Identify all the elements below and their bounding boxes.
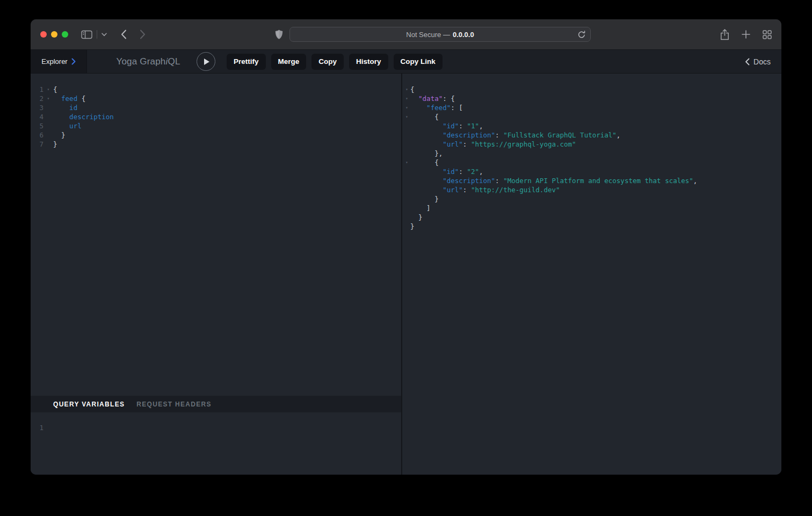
- chevron-left-icon: [745, 58, 750, 66]
- copy-link-button[interactable]: Copy Link: [394, 54, 443, 70]
- refresh-icon[interactable]: [578, 31, 585, 39]
- fold-gutter: [403, 140, 410, 149]
- share-icon[interactable]: [720, 29, 729, 40]
- code-line: 7}: [31, 140, 401, 149]
- code-line: 1: [31, 423, 401, 432]
- back-icon[interactable]: [121, 30, 127, 39]
- docs-button[interactable]: Docs: [745, 57, 771, 66]
- line-number: 1: [31, 423, 44, 432]
- code-text: "data": {: [410, 94, 455, 103]
- sidebar-icon[interactable]: [81, 30, 92, 39]
- query-editor[interactable]: 1▾{2▾ feed {3 id4 description5 url6 }7}: [31, 74, 401, 396]
- tab-request-headers[interactable]: REQUEST HEADERS: [136, 401, 212, 408]
- code-text: description: [53, 112, 114, 121]
- history-button[interactable]: History: [349, 54, 388, 70]
- code-text: {: [410, 85, 415, 94]
- code-text: "id": "1",: [410, 121, 483, 130]
- copy-button[interactable]: Copy: [311, 54, 344, 70]
- window-controls: [40, 31, 68, 38]
- code-text: "description": "Fullstack GraphQL Tutori…: [410, 130, 620, 140]
- code-line: "id": "2",: [403, 167, 781, 176]
- fold-gutter: [403, 213, 410, 222]
- docs-label: Docs: [753, 57, 771, 66]
- code-line: "url": "http://the-guild.dev": [403, 185, 781, 194]
- fold-gutter: [403, 204, 410, 213]
- code-line: "description": "Modern API Platform and …: [403, 176, 781, 185]
- browser-toolbar: Not Secure — 0.0.0.0: [31, 19, 781, 49]
- address-bar[interactable]: Not Secure — 0.0.0.0: [289, 27, 591, 42]
- fold-arrow-icon[interactable]: ▾: [403, 158, 410, 167]
- tab-overview-icon[interactable]: [763, 30, 772, 39]
- fold-gutter: [403, 130, 410, 140]
- fold-gutter: [403, 176, 410, 185]
- new-tab-icon[interactable]: [742, 30, 750, 39]
- fold-arrow-icon[interactable]: ▾: [403, 103, 410, 112]
- code-text: },: [410, 149, 443, 158]
- code-line: 5 url: [31, 121, 401, 130]
- code-text: }: [53, 140, 57, 149]
- code-line: "description": "Fullstack GraphQL Tutori…: [403, 130, 781, 140]
- explorer-label: Explorer: [41, 57, 67, 66]
- minimize-button[interactable]: [51, 31, 57, 38]
- fold-arrow-icon[interactable]: ▾: [403, 94, 410, 103]
- code-text: }: [410, 213, 423, 222]
- chevron-down-icon[interactable]: [102, 33, 107, 37]
- code-line: "url": "https://graphql-yoga.com": [403, 140, 781, 149]
- fold-gutter: [403, 222, 410, 231]
- code-line: 2▾ feed {: [31, 94, 401, 103]
- response-viewer[interactable]: ▾{▾ "data": {▾ "feed": [▾ { "id": "1", "…: [402, 74, 781, 475]
- zoom-button[interactable]: [62, 31, 68, 38]
- code-line: }: [403, 222, 781, 231]
- code-line: }: [403, 194, 781, 204]
- fold-gutter: [44, 112, 53, 121]
- line-number: 5: [31, 121, 44, 130]
- variables-editor[interactable]: 1: [31, 412, 401, 475]
- forward-icon[interactable]: [140, 30, 146, 39]
- execute-query-button[interactable]: [197, 52, 215, 71]
- code-line: ▾ {: [403, 112, 781, 121]
- code-text: ]: [410, 204, 431, 213]
- code-text: "id": "2",: [410, 167, 483, 176]
- play-icon: [204, 59, 209, 65]
- fold-gutter: [403, 185, 410, 194]
- explorer-button[interactable]: Explorer: [31, 50, 87, 73]
- fold-arrow-icon[interactable]: ▾: [44, 85, 53, 94]
- code-text: }: [410, 194, 439, 204]
- code-text: }: [53, 130, 66, 140]
- fold-gutter: [403, 194, 410, 204]
- app-title: Yoga GraphiQL: [114, 56, 183, 67]
- fold-gutter: [44, 121, 53, 130]
- code-text: {: [410, 112, 439, 121]
- line-number: 6: [31, 130, 44, 140]
- code-text: }: [410, 222, 415, 231]
- shield-icon[interactable]: [275, 30, 283, 40]
- code-line: 4 description: [31, 112, 401, 121]
- code-line: ]: [403, 204, 781, 213]
- code-line: },: [403, 149, 781, 158]
- fold-gutter: [403, 167, 410, 176]
- code-line: 1▾{: [31, 85, 401, 94]
- code-text: url: [53, 121, 82, 130]
- code-text: {: [53, 85, 57, 94]
- code-line: 6 }: [31, 130, 401, 140]
- chevron-right-icon: [71, 58, 76, 65]
- fold-arrow-icon[interactable]: ▾: [403, 112, 410, 121]
- code-text: "url": "https://graphql-yoga.com": [410, 140, 576, 149]
- code-line: ▾{: [403, 85, 781, 94]
- fold-arrow-icon[interactable]: ▾: [44, 94, 53, 103]
- sidebar-controls: [81, 30, 107, 39]
- code-line: "id": "1",: [403, 121, 781, 130]
- code-text: "url": "http://the-guild.dev": [410, 185, 560, 194]
- close-button[interactable]: [40, 31, 47, 38]
- tab-query-variables[interactable]: QUERY VARIABLES: [53, 401, 125, 408]
- fold-arrow-icon[interactable]: ▾: [403, 85, 410, 94]
- line-number: 1: [31, 85, 44, 94]
- code-line: ▾ "feed": [: [403, 103, 781, 112]
- graphiql-toolbar: Explorer Yoga GraphiQL PrettifyMergeCopy…: [31, 49, 781, 74]
- merge-button[interactable]: Merge: [271, 54, 307, 70]
- code-line: ▾ "data": {: [403, 94, 781, 103]
- prettify-button[interactable]: Prettify: [227, 54, 266, 70]
- code-text: "feed": [: [410, 103, 463, 112]
- code-text: id: [53, 103, 77, 112]
- left-pane: 1▾{2▾ feed {3 id4 description5 url6 }7} …: [31, 74, 402, 475]
